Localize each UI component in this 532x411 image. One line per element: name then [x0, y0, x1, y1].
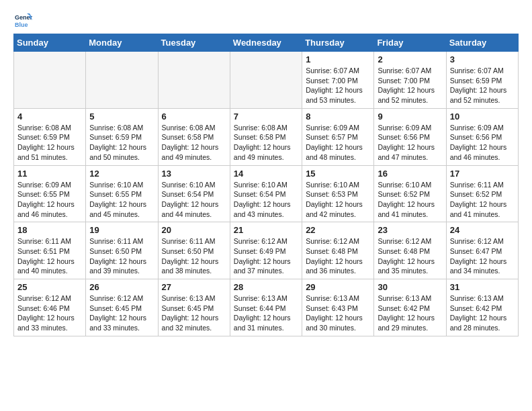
day-info: Sunrise: 6:09 AM Sunset: 6:55 PM Dayligh… — [17, 180, 82, 220]
page: General Blue SundayMondayTuesdayWednesda… — [0, 0, 532, 347]
day-number: 5 — [89, 111, 154, 122]
day-cell: 20Sunrise: 6:11 AM Sunset: 6:50 PM Dayli… — [158, 222, 230, 279]
col-header-wednesday: Wednesday — [230, 34, 302, 52]
day-cell: 13Sunrise: 6:10 AM Sunset: 6:54 PM Dayli… — [158, 165, 230, 222]
day-info: Sunrise: 6:12 AM Sunset: 6:49 PM Dayligh… — [234, 236, 298, 276]
day-cell: 12Sunrise: 6:10 AM Sunset: 6:55 PM Dayli… — [86, 165, 158, 222]
week-row-3: 11Sunrise: 6:09 AM Sunset: 6:55 PM Dayli… — [14, 165, 519, 222]
day-info: Sunrise: 6:08 AM Sunset: 6:58 PM Dayligh… — [234, 123, 298, 163]
day-info: Sunrise: 6:13 AM Sunset: 6:42 PM Dayligh… — [450, 293, 515, 333]
day-cell: 17Sunrise: 6:11 AM Sunset: 6:52 PM Dayli… — [446, 165, 518, 222]
day-info: Sunrise: 6:13 AM Sunset: 6:43 PM Dayligh… — [306, 293, 370, 333]
day-number: 20 — [162, 225, 226, 235]
day-number: 21 — [234, 225, 298, 235]
day-info: Sunrise: 6:12 AM Sunset: 6:45 PM Dayligh… — [89, 293, 154, 333]
week-row-4: 18Sunrise: 6:11 AM Sunset: 6:51 PM Dayli… — [14, 222, 519, 279]
day-info: Sunrise: 6:12 AM Sunset: 6:48 PM Dayligh… — [306, 236, 370, 276]
day-cell: 31Sunrise: 6:13 AM Sunset: 6:42 PM Dayli… — [446, 279, 518, 336]
day-info: Sunrise: 6:10 AM Sunset: 6:54 PM Dayligh… — [162, 180, 226, 220]
day-cell: 11Sunrise: 6:09 AM Sunset: 6:55 PM Dayli… — [14, 165, 86, 222]
day-info: Sunrise: 6:07 AM Sunset: 6:59 PM Dayligh… — [450, 66, 515, 105]
day-cell: 19Sunrise: 6:11 AM Sunset: 6:50 PM Dayli… — [86, 222, 158, 279]
day-cell: 30Sunrise: 6:13 AM Sunset: 6:42 PM Dayli… — [374, 279, 446, 336]
day-number: 4 — [17, 111, 82, 122]
day-info: Sunrise: 6:08 AM Sunset: 6:59 PM Dayligh… — [17, 123, 82, 163]
day-info: Sunrise: 6:10 AM Sunset: 6:53 PM Dayligh… — [306, 180, 370, 220]
day-cell — [158, 52, 230, 109]
week-row-5: 25Sunrise: 6:12 AM Sunset: 6:46 PM Dayli… — [14, 279, 519, 336]
day-number: 28 — [234, 282, 298, 292]
day-cell: 27Sunrise: 6:13 AM Sunset: 6:45 PM Dayli… — [158, 279, 230, 336]
day-cell: 26Sunrise: 6:12 AM Sunset: 6:45 PM Dayli… — [86, 279, 158, 336]
header-row: SundayMondayTuesdayWednesdayThursdayFrid… — [14, 34, 519, 52]
day-number: 12 — [89, 169, 154, 179]
week-row-2: 4Sunrise: 6:08 AM Sunset: 6:59 PM Daylig… — [14, 108, 519, 165]
day-number: 22 — [306, 225, 370, 235]
day-number: 9 — [378, 111, 442, 122]
day-number: 16 — [378, 169, 442, 179]
day-info: Sunrise: 6:09 AM Sunset: 6:56 PM Dayligh… — [378, 123, 442, 163]
day-number: 29 — [306, 282, 370, 292]
day-info: Sunrise: 6:09 AM Sunset: 6:56 PM Dayligh… — [450, 123, 515, 163]
day-number: 30 — [378, 282, 442, 292]
day-info: Sunrise: 6:12 AM Sunset: 6:46 PM Dayligh… — [17, 293, 82, 333]
day-info: Sunrise: 6:07 AM Sunset: 7:00 PM Dayligh… — [378, 66, 442, 105]
day-info: Sunrise: 6:12 AM Sunset: 6:48 PM Dayligh… — [378, 236, 442, 276]
day-cell: 16Sunrise: 6:10 AM Sunset: 6:52 PM Dayli… — [374, 165, 446, 222]
day-info: Sunrise: 6:12 AM Sunset: 6:47 PM Dayligh… — [450, 236, 515, 276]
day-number: 14 — [234, 169, 298, 179]
day-info: Sunrise: 6:11 AM Sunset: 6:50 PM Dayligh… — [162, 236, 226, 276]
day-number: 3 — [450, 54, 515, 64]
day-info: Sunrise: 6:08 AM Sunset: 6:58 PM Dayligh… — [162, 123, 226, 163]
day-number: 13 — [162, 169, 226, 179]
day-cell: 22Sunrise: 6:12 AM Sunset: 6:48 PM Dayli… — [302, 222, 374, 279]
day-info: Sunrise: 6:13 AM Sunset: 6:42 PM Dayligh… — [378, 293, 442, 333]
day-cell: 28Sunrise: 6:13 AM Sunset: 6:44 PM Dayli… — [230, 279, 302, 336]
day-number: 7 — [234, 111, 298, 122]
day-number: 17 — [450, 169, 515, 179]
day-info: Sunrise: 6:09 AM Sunset: 6:57 PM Dayligh… — [306, 123, 370, 163]
day-number: 19 — [89, 225, 154, 235]
col-header-saturday: Saturday — [446, 34, 518, 52]
day-number: 2 — [378, 54, 442, 64]
day-info: Sunrise: 6:11 AM Sunset: 6:51 PM Dayligh… — [17, 236, 82, 276]
day-cell: 10Sunrise: 6:09 AM Sunset: 6:56 PM Dayli… — [446, 108, 518, 165]
day-cell: 18Sunrise: 6:11 AM Sunset: 6:51 PM Dayli… — [14, 222, 86, 279]
day-number: 31 — [450, 282, 515, 292]
day-cell: 5Sunrise: 6:08 AM Sunset: 6:59 PM Daylig… — [86, 108, 158, 165]
day-number: 23 — [378, 225, 442, 235]
day-cell: 7Sunrise: 6:08 AM Sunset: 6:58 PM Daylig… — [230, 108, 302, 165]
svg-text:Blue: Blue — [15, 21, 28, 28]
day-cell: 6Sunrise: 6:08 AM Sunset: 6:58 PM Daylig… — [158, 108, 230, 165]
day-number: 26 — [89, 282, 154, 292]
day-cell: 23Sunrise: 6:12 AM Sunset: 6:48 PM Dayli… — [374, 222, 446, 279]
col-header-thursday: Thursday — [302, 34, 374, 52]
day-number: 10 — [450, 111, 515, 122]
day-cell: 29Sunrise: 6:13 AM Sunset: 6:43 PM Dayli… — [302, 279, 374, 336]
day-info: Sunrise: 6:13 AM Sunset: 6:44 PM Dayligh… — [234, 293, 298, 333]
day-cell — [86, 52, 158, 109]
day-info: Sunrise: 6:07 AM Sunset: 7:00 PM Dayligh… — [306, 66, 370, 105]
day-cell: 1Sunrise: 6:07 AM Sunset: 7:00 PM Daylig… — [302, 52, 374, 109]
day-number: 8 — [306, 111, 370, 122]
day-number: 11 — [17, 169, 82, 179]
day-cell: 15Sunrise: 6:10 AM Sunset: 6:53 PM Dayli… — [302, 165, 374, 222]
day-cell: 2Sunrise: 6:07 AM Sunset: 7:00 PM Daylig… — [374, 52, 446, 109]
col-header-friday: Friday — [374, 34, 446, 52]
col-header-sunday: Sunday — [14, 34, 86, 52]
day-cell: 8Sunrise: 6:09 AM Sunset: 6:57 PM Daylig… — [302, 108, 374, 165]
week-row-1: 1Sunrise: 6:07 AM Sunset: 7:00 PM Daylig… — [14, 52, 519, 109]
day-cell: 14Sunrise: 6:10 AM Sunset: 6:54 PM Dayli… — [230, 165, 302, 222]
day-number: 18 — [17, 225, 82, 235]
day-info: Sunrise: 6:10 AM Sunset: 6:55 PM Dayligh… — [89, 180, 154, 220]
day-info: Sunrise: 6:13 AM Sunset: 6:45 PM Dayligh… — [162, 293, 226, 333]
day-info: Sunrise: 6:11 AM Sunset: 6:52 PM Dayligh… — [450, 180, 515, 220]
day-number: 15 — [306, 169, 370, 179]
day-cell: 25Sunrise: 6:12 AM Sunset: 6:46 PM Dayli… — [14, 279, 86, 336]
day-cell: 21Sunrise: 6:12 AM Sunset: 6:49 PM Dayli… — [230, 222, 302, 279]
day-info: Sunrise: 6:08 AM Sunset: 6:59 PM Dayligh… — [89, 123, 154, 163]
day-cell — [230, 52, 302, 109]
logo: General Blue — [13, 11, 35, 30]
day-number: 6 — [162, 111, 226, 122]
header: General Blue — [13, 11, 519, 30]
